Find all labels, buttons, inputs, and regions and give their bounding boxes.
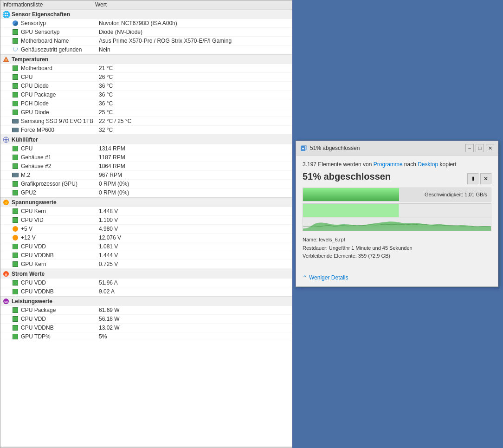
volt-12v-label: +12 V: [21, 234, 95, 241]
dialog-minimize-button[interactable]: −: [465, 144, 474, 152]
temp-pch-diode-value: 36 °C: [95, 100, 290, 107]
curr-cpu-vddnb-icon: [12, 288, 19, 295]
fan-cpu-icon: [12, 145, 19, 152]
fan-gehause1-value: 1187 RPM: [95, 154, 290, 161]
case-access-label: Gehäusezutritt gefunden: [21, 46, 95, 53]
temp-mp600-icon: [12, 126, 19, 134]
volt-5v-row: +5 V 4.980 V: [0, 225, 292, 234]
volt-cpu-vddnb-row: CPU VDDNB 1.444 V: [0, 251, 292, 260]
dialog-close-button[interactable]: ✕: [486, 144, 494, 152]
dialog-maximize-button[interactable]: □: [476, 144, 484, 152]
voltage-header: ⚡ Spannungswerte: [0, 197, 292, 207]
temp-cpu-icon: [12, 73, 19, 81]
dialog-info: Name: levels_6.rpf Restdauer: Ungefähr 1…: [303, 236, 491, 260]
perf-cpu-vddnb-value: 13.02 W: [95, 325, 290, 331]
copy-from-text: 3.197 Elemente werden von: [303, 161, 372, 168]
transfer-graph: [303, 203, 491, 231]
copy-from-link[interactable]: Programme: [374, 161, 403, 168]
temp-cpu-package-value: 36 °C: [95, 91, 290, 98]
col-value-header: Wert: [95, 1, 290, 8]
gpu-sensor-row: GPU Sensortyp Diode (NV-Diode): [0, 28, 292, 37]
temp-motherboard-icon: [12, 65, 19, 72]
motherboard-name-icon: [12, 37, 19, 45]
fan-cpu-value: 1314 RPM: [95, 145, 290, 152]
progress-bar-container: Geschwindigkeit: 1,01 GB/s: [303, 188, 491, 201]
temp-mp600-row: Force MP600 32 °C: [0, 126, 292, 135]
volt-5v-value: 4.980 V: [95, 226, 290, 232]
temp-pch-diode-row: PCH Diode 36 °C: [0, 99, 292, 108]
cooler-header: Kühllüfter: [0, 135, 292, 144]
perf-gpu-tdp-row: GPU TDP% 5%: [0, 332, 292, 341]
temp-cpu-diode-row: CPU Diode 36 °C: [0, 82, 292, 91]
performance-header: W Leistungswerte: [0, 296, 292, 306]
copy-dialog-icon: [300, 144, 307, 152]
temp-ssd-icon: [12, 117, 19, 125]
temp-cpu-value: 26 °C: [95, 74, 290, 80]
current-section-icon: A: [2, 270, 10, 278]
fan-gpu-label: Grafikprozessor (GPU): [21, 181, 95, 187]
shield-icon: 🛡: [12, 46, 19, 53]
volt-section-icon: ⚡: [2, 199, 10, 206]
temp-ssd-row: Samsung SSD 970 EVO 1TB 22 °C / 25 °C: [0, 117, 292, 126]
fan-gehause2-value: 1864 RPM: [95, 163, 290, 169]
table-body[interactable]: 🌐 Sensor Eigenschaften Sensortyp Nuvoton…: [0, 9, 292, 446]
fan-gehause2-label: Gehäuse #2: [21, 163, 95, 169]
perf-cpu-vdd-label: CPU VDD: [21, 316, 95, 322]
gpu-sensor-label: GPU Sensortyp: [21, 29, 95, 35]
sensor-type-label: Sensortyp: [21, 20, 95, 26]
fan-gehause1-label: Gehäuse #1: [21, 154, 95, 161]
hwinfo-window: Informationsliste Wert 🌐 Sensor Eigensch…: [0, 0, 292, 448]
weniger-details-button[interactable]: ⌃ Weniger Details: [303, 273, 348, 282]
curr-cpu-vddnb-row: CPU VDDNB 9.02 A: [0, 287, 292, 296]
cancel-button[interactable]: ✕: [480, 173, 491, 184]
temp-cpu-label: CPU: [21, 74, 95, 80]
dialog-title-left: 51% abgeschlossen: [300, 144, 360, 152]
volt-cpu-vdd-value: 1.081 V: [95, 243, 290, 250]
svg-text:T: T: [5, 58, 7, 61]
svg-text:A: A: [5, 273, 7, 277]
copy-to-link[interactable]: Desktop: [418, 161, 438, 168]
fan-gehause2-icon: [12, 162, 19, 170]
curr-cpu-vdd-label: CPU VDD: [21, 279, 95, 286]
volt-cpu-vdd-icon: [12, 243, 19, 250]
fan-gpu-row: Grafikprozessor (GPU) 0 RPM (0%): [0, 180, 292, 188]
volt-cpu-vid-row: CPU VID 1.100 V: [0, 216, 292, 225]
temp-pch-diode-label: PCH Diode: [21, 100, 95, 107]
svg-text:⚡: ⚡: [4, 200, 9, 206]
pause-button[interactable]: ⏸: [467, 173, 478, 184]
volt-12v-value: 12.076 V: [95, 234, 290, 241]
fan-section-icon: [2, 136, 10, 143]
table-header: Informationsliste Wert: [0, 0, 292, 9]
perf-cpu-vdd-row: CPU VDD 56.18 W: [0, 315, 292, 324]
temp-cpu-row: CPU 26 °C: [0, 73, 292, 82]
temp-cpu-package-icon: [12, 91, 19, 98]
items-remaining-text: Verbleibende Elemente: 359 (72,9 GB): [303, 252, 491, 260]
perf-cpu-package-label: CPU Package: [21, 307, 95, 313]
volt-5v-label: +5 V: [21, 226, 95, 232]
temp-pch-diode-icon: [12, 100, 19, 107]
fan-gehause2-row: Gehäuse #2 1864 RPM: [0, 162, 292, 171]
motherboard-name-value: Asus Prime X570-Pro / ROG Strix X570-E/F…: [95, 38, 290, 44]
perf-gpu-tdp-icon: [12, 333, 19, 340]
temp-cpu-diode-value: 36 °C: [95, 83, 290, 89]
transfer-graph-svg: [303, 204, 491, 231]
temp-motherboard-row: Motherboard 21 °C: [0, 64, 292, 73]
dialog-footer: ⌃ Weniger Details: [296, 271, 498, 286]
temp-gpu-diode-row: GPU Diode 25 °C: [0, 108, 292, 117]
dialog-content: 3.197 Elemente werden von Programme nach…: [296, 156, 498, 271]
perf-cpu-vddnb-icon: [12, 324, 19, 331]
temp-motherboard-label: Motherboard: [21, 65, 95, 71]
sensor-properties-header: 🌐 Sensor Eigenschaften: [0, 9, 292, 19]
progress-speed-label: Geschwindigkeit: 1,01 GB/s: [425, 192, 487, 197]
case-access-value: Nein: [95, 46, 290, 53]
volt-5v-icon: [12, 225, 19, 233]
gpu-sensor-icon: [12, 28, 19, 36]
dialog-subtitle: 3.197 Elemente werden von Programme nach…: [303, 161, 491, 168]
fan-m2-row: M.2 967 RPM: [0, 171, 292, 180]
volt-gpu-kern-label: GPU Kern: [21, 261, 95, 267]
fan-cpu-row: CPU 1314 RPM: [0, 144, 292, 153]
dialog-titlebar: 51% abgeschlossen − □ ✕: [296, 141, 498, 156]
copy-action-text: kopiert: [440, 161, 457, 168]
volt-cpu-vid-label: CPU VID: [21, 217, 95, 223]
temp-gpu-diode-value: 25 °C: [95, 109, 290, 116]
